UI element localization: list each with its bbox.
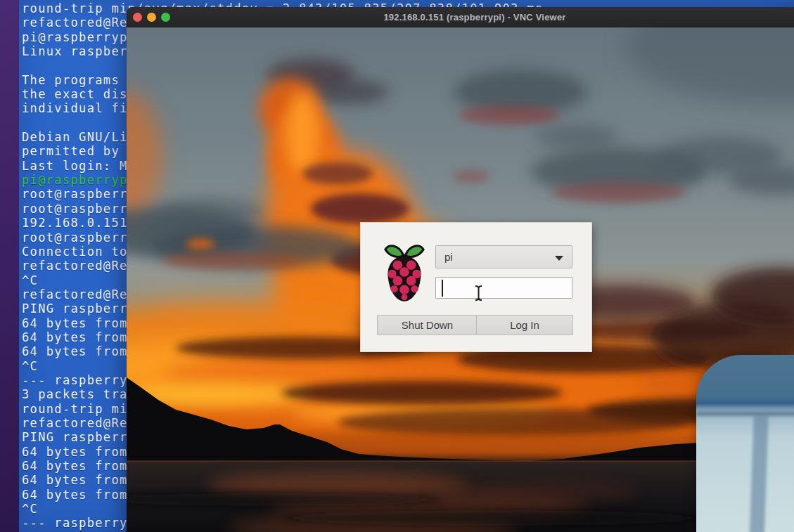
vnc-titlebar[interactable]: 192.168.0.151 (raspberrypi) - VNC Viewer (127, 7, 794, 27)
window-title: 192.168.0.151 (raspberrypi) - VNC Viewer (127, 7, 794, 27)
mouse-cursor-ibeam (473, 285, 484, 301)
login-button[interactable]: Log In (476, 315, 573, 335)
username-value: pi (444, 251, 453, 263)
remote-desktop: pi Shut Down Log In (127, 27, 794, 532)
shutdown-button[interactable]: Shut Down (377, 315, 477, 335)
camera-overlay (696, 355, 794, 532)
username-dropdown[interactable]: pi (435, 245, 572, 268)
desktop: round-trip min/avg/max/stddev = 2.843/10… (0, 0, 794, 532)
text-caret (442, 280, 443, 297)
camera-overlay-detail (696, 411, 794, 416)
camera-overlay-detail (748, 415, 768, 532)
raspberry-pi-logo-icon (383, 241, 426, 303)
password-input[interactable] (435, 277, 572, 299)
vnc-viewer-window: 192.168.0.151 (raspberrypi) - VNC Viewer (127, 7, 794, 532)
chevron-down-icon (555, 256, 563, 261)
login-dialog: pi Shut Down Log In (360, 222, 592, 352)
